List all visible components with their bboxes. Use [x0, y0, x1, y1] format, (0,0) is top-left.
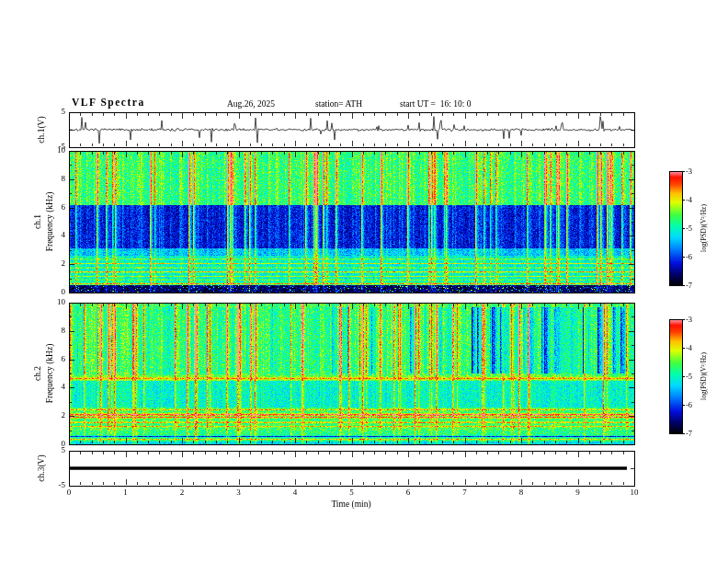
colorbar-tick-label: -3 [686, 167, 692, 176]
figure-title: VLF Spectra [72, 98, 145, 109]
y-tick-label: -5 [46, 143, 65, 151]
y-label-ch2-frequency: Frequency (kHz) [46, 344, 55, 404]
y-tick-label: 8 [46, 327, 65, 335]
x-tick-label: 2 [180, 488, 185, 497]
colorbar-tick-label: -7 [686, 282, 692, 290]
y-tick-label: 0 [46, 288, 65, 296]
date-label: Aug.26, 2025 [227, 100, 275, 109]
y-tick-label: 4 [46, 231, 65, 239]
colorbar-tick-label: -5 [686, 373, 692, 381]
y-tick-label: 4 [46, 383, 65, 391]
x-tick-label: 6 [406, 488, 411, 497]
x-tick-label: 10 [631, 488, 639, 497]
vlf-spectra-figure: VLF Spectra Aug.26, 2025 station= ATH st… [0, 0, 728, 563]
colorbar-tick-label: -5 [686, 224, 692, 233]
x-tick-label: 7 [462, 488, 467, 497]
y-label-ch3-volts: ch.3(V) [38, 454, 47, 481]
y-tick-label: 10 [46, 298, 65, 306]
y-tick-label: -5 [46, 481, 65, 489]
plot-canvas [0, 0, 728, 563]
y-tick-label: 2 [46, 411, 65, 419]
x-tick-label: 0 [67, 488, 72, 497]
x-tick-label: 3 [236, 488, 241, 497]
x-tick-label: 4 [293, 488, 298, 497]
x-axis-label: Time (min) [331, 500, 370, 510]
y-label-ch1-frequency: Frequency (kHz) [46, 192, 55, 252]
x-tick-label: 5 [349, 488, 354, 497]
colorbar-tick-label: -6 [686, 253, 692, 261]
x-tick-label: 9 [575, 488, 580, 497]
colorbar-tick-label: -4 [686, 344, 692, 352]
y-tick-label: 6 [46, 203, 65, 212]
y-tick-label: 5 [46, 446, 65, 454]
station-label: station= ATH [315, 100, 362, 109]
colorbar-tick-label: -6 [686, 401, 692, 409]
y-label-ch1-volts: ch.1(V) [38, 116, 47, 143]
y-tick-label: 2 [46, 259, 65, 268]
colorbar2-label: log(PSD)(V²/Hz) [700, 352, 708, 400]
colorbar1-label: log(PSD)(V²/Hz) [700, 204, 708, 252]
colorbar-tick-label: -3 [686, 316, 692, 324]
y-tick-label: 8 [46, 175, 65, 183]
x-tick-label: 1 [123, 488, 128, 497]
start-ut-label: start UT = 16: 10: 0 [400, 100, 471, 109]
y-tick-label: 5 [46, 108, 65, 116]
y-label-ch1: ch.1 [34, 214, 43, 229]
y-tick-label: 6 [46, 355, 65, 363]
colorbar-tick-label: -7 [686, 430, 692, 438]
y-label-ch2: ch.2 [34, 366, 43, 381]
x-tick-label: 8 [519, 488, 524, 497]
colorbar-tick-label: -4 [686, 196, 692, 204]
